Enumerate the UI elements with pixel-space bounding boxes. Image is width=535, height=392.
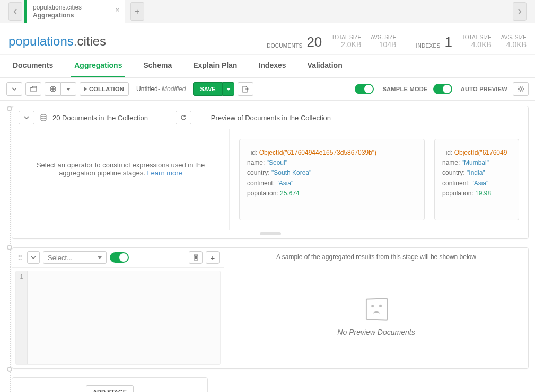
add-stage-panel: ADD STAGE <box>12 377 208 392</box>
stage-preview-header: A sample of the aggregated results from … <box>224 248 528 266</box>
export-pipeline-button[interactable] <box>238 82 253 96</box>
nav-back-button[interactable] <box>8 2 22 21</box>
idx-totalsize-value: 4.0KB <box>462 40 492 49</box>
pipeline-gutter-dot <box>7 106 12 111</box>
namespace-collection: cities <box>77 34 106 48</box>
drag-handle-icon[interactable]: ⠿ <box>16 254 24 262</box>
preview-panel: 20 Documents in the Collection Preview o… <box>12 106 529 239</box>
avgsize-value: 104B <box>371 40 396 49</box>
pipeline-gutter-line <box>10 108 11 392</box>
aggregation-toolbar: COLLATION Untitled- Modified SAVE SAMPLE… <box>0 78 535 101</box>
tab-subtitle: Aggregations <box>33 12 82 19</box>
new-pipeline-button[interactable] <box>45 82 60 96</box>
chevron-down-icon <box>31 256 36 259</box>
preview-left-pane: Select an operator to construct expressi… <box>12 129 230 230</box>
new-pipeline-dropdown[interactable] <box>60 82 76 96</box>
new-tab-button[interactable]: + <box>130 2 144 21</box>
tab-documents[interactable]: Documents <box>10 55 56 77</box>
idx-avgsize-label: AVG. SIZE <box>501 34 527 40</box>
totalsize-value: 2.0KB <box>331 40 361 49</box>
svg-point-2 <box>41 114 46 117</box>
collection-stats: DOCUMENTS 20 TOTAL SIZE 2.0KB AVG. SIZE … <box>267 31 527 49</box>
collapse-stage-button[interactable] <box>27 251 40 264</box>
tab-indexes[interactable]: Indexes <box>255 55 289 77</box>
caret-down-icon <box>98 256 102 259</box>
learn-more-link[interactable]: Learn more <box>147 169 182 177</box>
gear-icon <box>517 85 524 93</box>
delete-stage-button[interactable] <box>189 251 203 264</box>
plus-circle-icon <box>50 86 56 92</box>
svg-point-1 <box>520 88 522 90</box>
folder-open-icon <box>30 86 37 92</box>
document-card: _id: ObjectId("617604944e16573d5867039b"… <box>239 139 425 220</box>
tab-explain-plan[interactable]: Explain Plan <box>190 55 240 77</box>
refresh-preview-button[interactable] <box>176 111 191 124</box>
pipeline-area: 20 Documents in the Collection Preview o… <box>0 101 535 392</box>
caret-down-icon <box>226 88 231 91</box>
save-dropdown[interactable] <box>223 82 234 96</box>
close-tab-icon[interactable]: × <box>115 5 120 15</box>
collation-label: COLLATION <box>89 86 124 92</box>
refresh-icon <box>180 114 187 121</box>
scroll-indicator[interactable] <box>260 232 281 235</box>
namespace-db: populations <box>8 34 74 48</box>
namespace: populations.cities <box>8 34 106 49</box>
main-tabs: Documents Aggregations Schema Explain Pl… <box>0 54 535 78</box>
no-preview-text: No Preview Documents <box>337 328 415 336</box>
preview-header-text: 20 Documents in the Collection <box>52 114 148 122</box>
pipeline-gutter-dot <box>7 245 12 250</box>
pipeline-name: Untitled- Modified <box>132 85 190 93</box>
preview-right-header: Preview of Documents in the Collection <box>211 114 331 122</box>
export-icon <box>242 86 249 93</box>
sample-mode-toggle[interactable] <box>355 84 374 94</box>
idx-totalsize-label: TOTAL SIZE <box>462 34 492 40</box>
open-pipeline-button[interactable] <box>25 82 41 96</box>
window-tabbar: populations.cities Aggregations × + <box>0 0 535 23</box>
settings-button[interactable] <box>513 82 529 96</box>
caret-right-icon <box>84 87 87 91</box>
documents-label: DOCUMENTS <box>267 43 302 49</box>
avgsize-label: AVG. SIZE <box>371 34 396 40</box>
add-stage-after-button[interactable]: + <box>206 251 220 264</box>
tab-aggregations[interactable]: Aggregations <box>71 55 125 77</box>
auto-preview-toggle[interactable] <box>433 84 452 94</box>
pipeline-menu-button[interactable] <box>6 82 22 96</box>
stage-editor[interactable]: 1 <box>15 271 221 365</box>
stage-operator-select[interactable]: Select... <box>43 251 107 264</box>
stats-divider <box>406 31 406 49</box>
chevron-left-icon <box>13 8 17 15</box>
active-tab[interactable]: populations.cities Aggregations × <box>24 0 125 23</box>
caret-down-icon <box>66 88 71 91</box>
tab-title: populations.cities <box>33 4 82 11</box>
no-preview-icon <box>365 298 388 321</box>
collection-icon <box>40 114 47 121</box>
chevron-down-icon <box>24 116 29 119</box>
indexes-label: INDEXES <box>416 43 440 49</box>
documents-count: 20 <box>306 35 322 49</box>
document-card: _id: ObjectId("6176049 name: "Mumbai" co… <box>434 139 519 220</box>
chevron-right-icon <box>518 8 522 15</box>
preview-documents-list[interactable]: _id: ObjectId("617604944e16573d5867039b"… <box>230 129 528 230</box>
editor-gutter: 1 <box>16 271 28 364</box>
nav-forward-button[interactable] <box>513 2 527 21</box>
collapse-preview-button[interactable] <box>19 111 34 124</box>
chevron-down-icon <box>12 87 17 91</box>
stage-enabled-toggle[interactable] <box>110 252 129 263</box>
auto-preview-label: AUTO PREVIEW <box>461 86 507 92</box>
collection-header: populations.cities DOCUMENTS 20 TOTAL SI… <box>0 23 535 54</box>
tab-validation[interactable]: Validation <box>304 55 346 77</box>
indexes-count: 1 <box>444 35 452 49</box>
trash-icon <box>193 254 199 261</box>
tab-schema[interactable]: Schema <box>140 55 175 77</box>
pipeline-gutter-dot <box>7 367 12 372</box>
sample-mode-label: SAMPLE MODE <box>382 86 427 92</box>
totalsize-label: TOTAL SIZE <box>331 34 361 40</box>
stage-select-placeholder: Select... <box>48 254 73 262</box>
add-stage-button[interactable]: ADD STAGE <box>86 385 134 392</box>
stage-panel: ⠿ Select... + 1 <box>12 247 529 369</box>
collation-button[interactable]: COLLATION <box>80 82 129 96</box>
save-button[interactable]: SAVE <box>193 82 222 96</box>
idx-avgsize-value: 4.0KB <box>501 40 527 49</box>
